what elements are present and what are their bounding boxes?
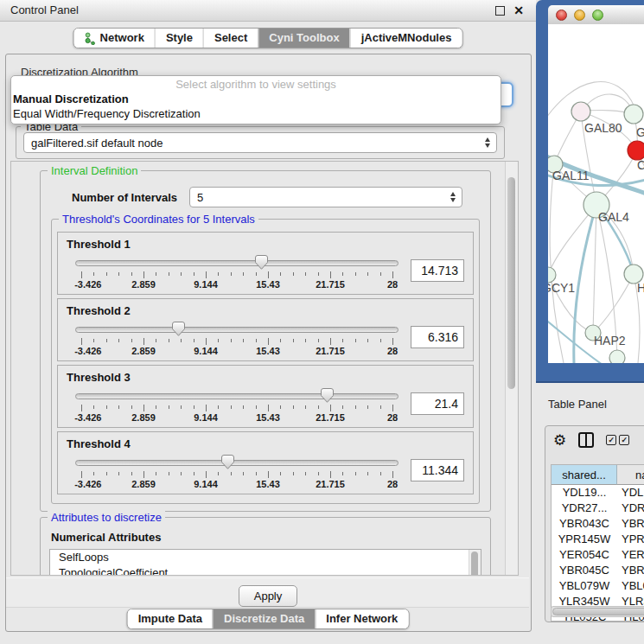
threshold-4-value-field[interactable]: 11.344 bbox=[411, 459, 464, 481]
slider-track[interactable] bbox=[75, 260, 399, 266]
tab-style[interactable]: Style bbox=[155, 29, 203, 48]
close-icon[interactable]: ✕ bbox=[513, 4, 524, 16]
threshold-4-slider[interactable]: -3.4262.8599.14415.4321.71528 bbox=[75, 454, 399, 490]
settings-scrollbar-thumb[interactable] bbox=[507, 177, 515, 389]
tab-select[interactable]: Select bbox=[203, 29, 258, 48]
network-icon bbox=[85, 32, 96, 45]
slider-handle[interactable] bbox=[221, 455, 234, 469]
tick-mark bbox=[194, 405, 194, 409]
table-row[interactable]: YBL079WYBL0 bbox=[552, 578, 644, 594]
algorithm-option-manual[interactable]: Manual Discretization bbox=[11, 92, 501, 106]
tick-mark bbox=[93, 405, 94, 409]
threshold-2-value-field[interactable]: 6.316 bbox=[411, 326, 464, 348]
tick-mark bbox=[318, 339, 319, 342]
number-of-intervals-value: 5 bbox=[197, 191, 203, 204]
number-of-intervals-combo[interactable]: 5 bbox=[189, 187, 462, 207]
column-header-shared[interactable]: shared... bbox=[552, 465, 617, 485]
slider-handle[interactable] bbox=[255, 255, 268, 270]
apply-button[interactable]: Apply bbox=[239, 585, 297, 607]
tick-mark bbox=[293, 472, 294, 475]
settings-vertical-scrollbar[interactable] bbox=[505, 162, 518, 575]
slider-handle[interactable] bbox=[321, 388, 334, 403]
close-button[interactable] bbox=[556, 10, 567, 21]
attribute-item[interactable]: TopologicalCoefficient bbox=[59, 565, 481, 576]
minimize-button[interactable] bbox=[574, 10, 585, 21]
threshold-4-label: Threshold 4 bbox=[67, 437, 464, 452]
tab-infer-network[interactable]: Infer Network bbox=[315, 609, 408, 628]
tab-cyni-toolbox[interactable]: Cyni Toolbox bbox=[258, 29, 349, 48]
tab-jactivemnodules-label: jActiveMNodules bbox=[361, 29, 452, 48]
network-view-window: GAL80 GA C GAL11 GAL4 GCY1 H HAP2 bbox=[536, 0, 644, 383]
threshold-3-slider[interactable]: -3.4262.8599.14415.4321.71528 bbox=[75, 387, 399, 424]
tick-mark bbox=[106, 272, 107, 276]
column-header-name[interactable]: na bbox=[617, 465, 644, 485]
threshold-4-panel: Threshold 4 -3.4262.8599.144 bbox=[57, 431, 474, 494]
combo-stepper-icon bbox=[450, 192, 456, 202]
tick-mark bbox=[293, 339, 294, 342]
attributes-list-scrollbar[interactable] bbox=[469, 550, 481, 576]
slider-handle[interactable] bbox=[172, 322, 185, 336]
node-gal80[interactable] bbox=[571, 102, 590, 121]
zoom-button[interactable] bbox=[592, 10, 603, 21]
threshold-1-value-field[interactable]: 14.713 bbox=[411, 259, 464, 282]
node-red-selected[interactable] bbox=[628, 141, 644, 160]
table-hscrollbar-thumb[interactable] bbox=[552, 608, 644, 615]
tick-mark bbox=[218, 472, 219, 475]
slider-scale-label: 21.715 bbox=[316, 346, 345, 356]
threshold-3-value-field[interactable]: 21.4 bbox=[411, 392, 464, 415]
screen: Control Panel ✕ bbox=[0, 0, 644, 644]
table-horizontal-scrollbar[interactable] bbox=[551, 606, 644, 617]
tick-mark bbox=[156, 405, 156, 409]
node-ga[interactable] bbox=[624, 105, 643, 124]
slider-scale-label: -3.426 bbox=[74, 279, 101, 290]
threshold-2-slider[interactable]: -3.4262.8599.14415.4321.71528 bbox=[75, 321, 399, 357]
control-panel-title: Control Panel bbox=[10, 3, 79, 16]
tick-mark bbox=[256, 272, 257, 276]
tick-mark bbox=[392, 338, 393, 345]
network-window-titlebar[interactable] bbox=[548, 5, 644, 25]
tick-mark bbox=[256, 405, 257, 409]
tab-jactivemnodules[interactable]: jActiveMNodules bbox=[350, 29, 462, 48]
tick-mark bbox=[355, 472, 356, 475]
numerical-attributes-list[interactable]: SelfLoopsTopologicalCoefficientBetweenne… bbox=[49, 549, 481, 576]
network-canvas[interactable]: GAL80 GA C GAL11 GAL4 GCY1 H HAP2 bbox=[548, 24, 644, 363]
tick-mark bbox=[169, 472, 169, 475]
table-cell: YPR145W bbox=[552, 532, 617, 547]
checkbox-icon[interactable]: ✓ bbox=[619, 435, 629, 445]
table-row[interactable]: YBR043CYBR0 bbox=[552, 516, 644, 532]
slider-track[interactable] bbox=[75, 393, 399, 399]
table-data-combo[interactable]: galFiltered.sif default node bbox=[23, 132, 497, 153]
threshold-1-slider[interactable]: -3.4262.8599.14415.4321.71528 bbox=[75, 254, 399, 290]
table-row[interactable]: YER054CYER0 bbox=[552, 547, 644, 563]
slider-scale-label: 2.859 bbox=[131, 479, 156, 489]
table-cell: YBR0 bbox=[617, 563, 644, 578]
table-row[interactable]: YDR27...YDR2 bbox=[552, 501, 644, 516]
node-bottom[interactable] bbox=[609, 350, 625, 363]
tick-mark bbox=[156, 472, 156, 475]
node-table: shared... na YDL19...YDL1YDR27...YDR2YBR… bbox=[551, 464, 644, 622]
number-of-intervals-label: Number of Intervals bbox=[72, 191, 177, 204]
tab-discretize-data[interactable]: Discretize Data bbox=[213, 609, 315, 628]
table-row[interactable]: YBR045CYBR0 bbox=[552, 563, 644, 578]
float-window-icon[interactable] bbox=[495, 6, 505, 16]
attributes-scrollbar-thumb[interactable] bbox=[471, 552, 478, 576]
slider-scale-label: 21.715 bbox=[316, 412, 345, 423]
checkbox-icon[interactable]: ✓ bbox=[606, 435, 616, 445]
tick-mark bbox=[194, 339, 194, 342]
algorithm-option-equal-width[interactable]: Equal Width/Frequency Discretization bbox=[11, 106, 501, 121]
tab-network[interactable]: Network bbox=[74, 29, 155, 48]
split-columns-icon[interactable] bbox=[578, 432, 594, 448]
tick-mark bbox=[367, 405, 368, 409]
table-row[interactable]: YDL19...YDL1 bbox=[552, 485, 644, 501]
tick-mark bbox=[293, 272, 294, 276]
tick-mark bbox=[131, 405, 132, 409]
slider-scale-label: 21.715 bbox=[316, 479, 345, 489]
gear-icon[interactable]: ⚙ bbox=[553, 433, 566, 448]
tab-impute-data[interactable]: Impute Data bbox=[128, 609, 213, 628]
table-row[interactable]: YPR145WYPR1 bbox=[552, 532, 644, 547]
slider-track[interactable] bbox=[75, 460, 399, 466]
slider-track[interactable] bbox=[75, 327, 399, 333]
tick-mark bbox=[143, 271, 144, 278]
tick-mark bbox=[106, 472, 107, 475]
attribute-item[interactable]: SelfLoops bbox=[59, 550, 481, 565]
